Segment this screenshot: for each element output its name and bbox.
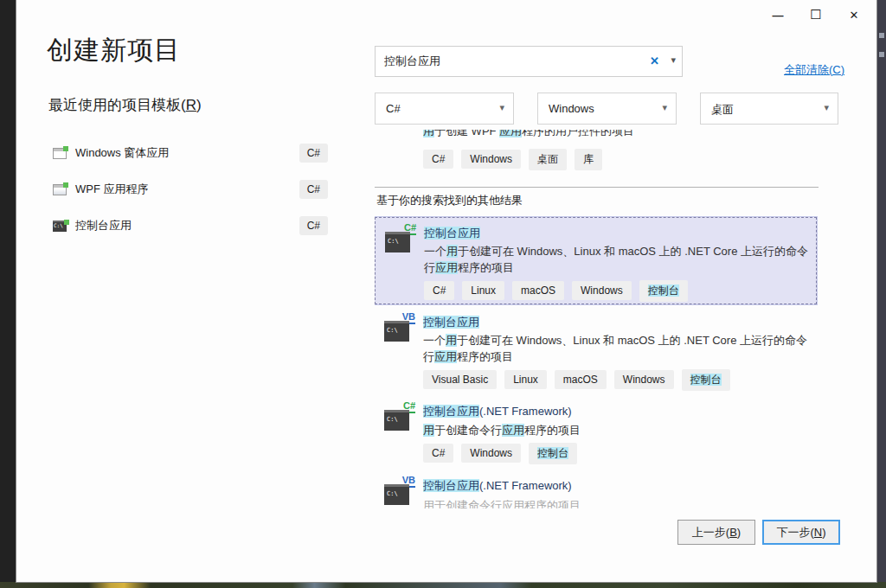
text-segment: (.NET Framework) [479, 405, 572, 418]
template-tag: C# [423, 150, 453, 169]
template-result-item[interactable]: C#C:\控制台应用(.NET Framework)用于创建命令行应用程序的项目… [375, 398, 817, 467]
template-tag: Linux [462, 281, 504, 300]
text-segment: 应用 [434, 350, 457, 363]
language-filter-value: C# [386, 102, 401, 115]
text-segment: 一个 [423, 334, 446, 347]
text-segment: 程序的项目 [458, 261, 514, 274]
console-prompt-text: C:\ [388, 238, 399, 245]
template-tag: 库 [575, 149, 602, 170]
template-result-item[interactable]: C#C:\控制台应用一个用于创建可在 Windows、Linux 和 macOS… [375, 217, 817, 304]
template-tag: C# [424, 281, 454, 300]
template-tag: 桌面 [529, 149, 567, 170]
text-segment: 于创建 WPF [434, 130, 499, 137]
language-filter-dropdown[interactable]: C# ▾ [375, 93, 514, 125]
other-results-header: 基于你的搜索找到的其他结果 [376, 193, 523, 208]
results-divider [375, 187, 819, 188]
console-prompt-text: C:\ [387, 490, 398, 497]
search-input[interactable] [384, 47, 644, 76]
template-tag: C# [423, 444, 453, 463]
close-button[interactable]: ✕ [835, 2, 873, 28]
console-prompt-text: C:\ [387, 327, 398, 334]
chevron-down-icon: ▾ [662, 102, 667, 113]
template-tags: Visual BasicLinuxmacOSWindows控制台 [423, 369, 738, 391]
recent-template-label: Windows 窗体应用 [75, 145, 169, 161]
template-tag: Windows [461, 150, 521, 169]
template-tags: C#Windows控制台 [423, 443, 585, 464]
console-csharp-icon: C#C:\ [385, 225, 416, 252]
template-result-item[interactable]: VBC:\控制台应用(.NET Framework)用于创建命令行应用程序的项目 [375, 474, 817, 508]
clear-search-icon[interactable]: ✕ [650, 54, 659, 67]
text-segment: 程序的项目 [457, 350, 513, 363]
recent-template-label: 控制台应用 [75, 218, 132, 233]
console-vb-icon: VBC:\ [384, 314, 415, 342]
template-result-item[interactable]: VBC:\控制台应用一个用于创建可在 Windows、Linux 和 macOS… [375, 309, 817, 395]
text-segment: 控制台应用 [424, 227, 480, 240]
recent-template-item[interactable]: Windows 窗体应用C# [53, 135, 338, 171]
template-tag: macOS [555, 370, 607, 389]
template-title: 控制台应用(.NET Framework) [423, 404, 572, 419]
text-segment: (.NET Framework) [479, 479, 572, 492]
text-segment: 应用 [435, 261, 458, 274]
template-tags: C#LinuxmacOSWindows控制台 [424, 280, 696, 302]
background-window-glyph [879, 33, 884, 38]
partial-template-tags: C#Windows桌面库 [423, 149, 610, 170]
page-title: 创建新项目 [47, 33, 181, 68]
clear-all-link[interactable]: 全部清除(C) [784, 62, 844, 78]
project-type-filter-value: 桌面 [711, 102, 734, 118]
text-segment: 控制台应用 [423, 479, 479, 492]
template-tag: 控制台 [639, 280, 688, 302]
text-segment: 用 [446, 334, 457, 347]
template-tag: 控制台 [529, 443, 577, 464]
search-dropdown-icon[interactable]: ▾ [671, 54, 676, 66]
text-segment: 程序的用户控件的项目 [522, 130, 634, 137]
text-segment: 一个 [424, 245, 446, 258]
window-controls: — ☐ ✕ [759, 2, 873, 28]
search-box: ✕ ▾ [375, 46, 683, 77]
chevron-down-icon: ▾ [824, 102, 829, 113]
text-segment: 应用 [502, 424, 524, 437]
background-window-edge [877, 0, 886, 588]
console-window-glyph: C:\ [384, 321, 409, 342]
recent-template-item[interactable]: WPF 应用程序C# [53, 171, 338, 208]
minimize-button[interactable]: — [759, 2, 797, 28]
template-title: 控制台应用(.NET Framework) [423, 478, 572, 494]
recent-templates-list: Windows 窗体应用C#WPF 应用程序C#控制台应用C# [53, 135, 338, 244]
text-segment: 应用 [499, 130, 522, 137]
text-segment: 于创建命令行 [434, 424, 502, 437]
template-description: 用于创建命令行应用程序的项目 [423, 497, 808, 508]
template-description: 用于创建命令行应用程序的项目 [423, 422, 808, 438]
text-segment: 用 [423, 424, 434, 437]
console-window-glyph: C:\ [385, 232, 410, 252]
recent-templates-heading: 最近使用的项目模板(R) [48, 95, 202, 115]
template-tag: 控制台 [682, 369, 730, 391]
platform-filter-dropdown[interactable]: Windows ▾ [537, 93, 677, 125]
next-button[interactable]: 下一步(N) [762, 520, 840, 545]
console-prompt-text: C:\ [387, 416, 398, 423]
text-segment: 控制台应用 [423, 316, 479, 329]
console-window-glyph: C:\ [384, 410, 409, 431]
console-icon [53, 220, 67, 232]
recent-template-label: WPF 应用程序 [75, 182, 149, 197]
winforms-icon [53, 148, 67, 159]
template-tag: Windows [461, 444, 521, 463]
console-window-glyph: C:\ [384, 484, 409, 505]
template-tag: macOS [512, 281, 564, 300]
background-window-glyph [879, 52, 884, 57]
project-type-filter-dropdown[interactable]: 桌面 ▾ [700, 93, 838, 125]
template-tag: Windows [572, 281, 632, 300]
recent-template-item[interactable]: 控制台应用C# [53, 208, 338, 244]
create-new-project-dialog: — ☐ ✕ 创建新项目 最近使用的项目模板(R) Windows 窗体应用C#W… [16, 0, 877, 583]
desktop-background-left [0, 0, 16, 588]
platform-filter-value: Windows [549, 102, 594, 115]
language-badge: C# [299, 180, 328, 199]
language-badge: C# [299, 216, 328, 235]
language-badge: C# [299, 144, 328, 163]
back-button[interactable]: 上一步(B) [677, 520, 755, 545]
text-segment: 程序的项目 [524, 424, 581, 437]
maximize-button[interactable]: ☐ [797, 2, 835, 28]
chevron-down-icon: ▾ [499, 102, 504, 113]
text-segment: 用 [423, 130, 434, 137]
text-segment: 用 [446, 245, 458, 258]
console-vb-icon: VBC:\ [384, 477, 415, 505]
text-segment: 用于创建命令行应用程序的项目 [423, 499, 581, 508]
